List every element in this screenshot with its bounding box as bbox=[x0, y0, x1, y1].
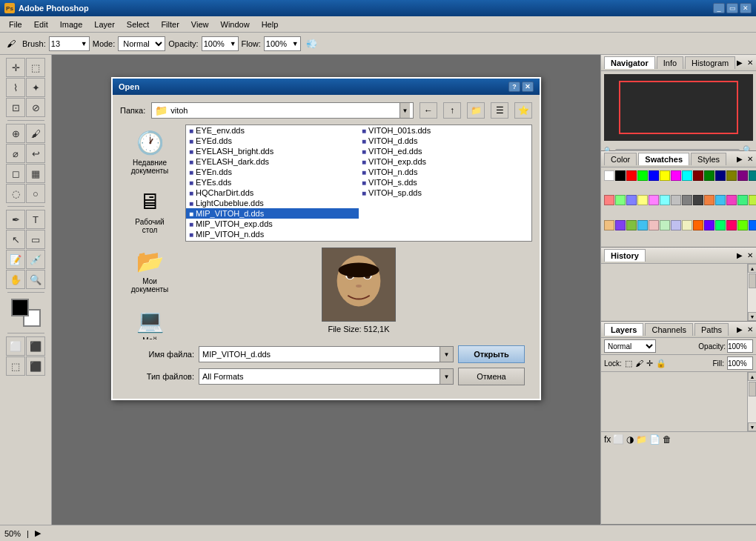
swatch-14[interactable] bbox=[604, 195, 614, 205]
layer-fill-btn[interactable]: ◑ bbox=[626, 434, 634, 445]
menu-select[interactable]: Select bbox=[121, 19, 156, 30]
dialog-close-button[interactable]: ✕ bbox=[522, 82, 534, 92]
opacity-dropdown-icon[interactable]: ▼ bbox=[230, 40, 236, 47]
tab-swatches[interactable]: Swatches bbox=[638, 153, 689, 165]
layers-menu-btn[interactable]: ▶ bbox=[737, 325, 743, 333]
file-list[interactable]: ■ EYE_env.dds ■ EYEd.dds ■ EYELASH_brigh… bbox=[185, 125, 532, 242]
navigator-menu-btn[interactable]: ▶ bbox=[737, 59, 743, 67]
lock-all-btn[interactable]: 🔒 bbox=[656, 359, 666, 368]
history-menu-btn[interactable]: ▶ bbox=[737, 251, 743, 259]
menu-edit[interactable]: Edit bbox=[28, 19, 54, 30]
dialog-help-button[interactable]: ? bbox=[508, 82, 520, 92]
text-tool[interactable]: T bbox=[26, 210, 45, 229]
file-item-vitoh-001s[interactable]: ■ VITOH_001s.dds bbox=[359, 125, 531, 136]
layers-fill-input[interactable] bbox=[727, 356, 753, 370]
path-select-tool[interactable]: ↖ bbox=[6, 230, 25, 249]
clone-tool[interactable]: ⌀ bbox=[6, 144, 25, 163]
swatch-29[interactable] bbox=[615, 220, 626, 230]
swatch-0[interactable] bbox=[604, 170, 614, 181]
swatch-17[interactable] bbox=[637, 195, 648, 205]
history-scrollbar[interactable]: ▲ ▼ bbox=[747, 264, 756, 321]
tab-channels[interactable]: Channels bbox=[645, 323, 692, 336]
filetype-field[interactable] bbox=[199, 369, 440, 384]
brush-size-input[interactable]: ▼ bbox=[49, 36, 90, 51]
history-close-btn[interactable]: ✕ bbox=[747, 251, 753, 259]
open-button[interactable]: Открыть bbox=[458, 345, 525, 363]
file-item-vitoh-ed[interactable]: ■ VITOH_ed.dds bbox=[359, 146, 531, 156]
file-item-vitoh-d[interactable]: ■ VITOH_d.dds bbox=[359, 136, 531, 146]
tab-layers[interactable]: Layers bbox=[604, 323, 643, 336]
layer-new-btn[interactable]: 📄 bbox=[649, 434, 660, 445]
lock-transparent-btn[interactable]: ⬚ bbox=[625, 359, 632, 368]
close-button[interactable]: ✕ bbox=[740, 3, 752, 13]
swatch-18[interactable] bbox=[649, 195, 659, 205]
file-item-lightcubeblue[interactable]: ■ LightCubeblue.dds bbox=[186, 198, 359, 208]
menu-help[interactable]: Help bbox=[256, 19, 285, 30]
swatch-7[interactable] bbox=[682, 170, 692, 181]
layers-scrollbar[interactable]: ▲ ▼ bbox=[747, 372, 756, 431]
history-brush-tool[interactable]: ↩ bbox=[26, 144, 45, 163]
shortcut-desktop[interactable]: 🖥 Рабочий стол bbox=[124, 184, 176, 237]
layer-delete-btn[interactable]: 🗑 bbox=[663, 434, 672, 445]
file-item-mip-vitoh-d[interactable]: ■ MIP_VITOH_d.dds bbox=[186, 208, 359, 219]
scroll-down-btn[interactable]: ▼ bbox=[748, 312, 756, 321]
file-item-vitoh-sp[interactable]: ■ VITOH_sp.dds bbox=[359, 187, 531, 198]
filename-field[interactable] bbox=[199, 347, 440, 362]
swatch-36[interactable] bbox=[693, 220, 703, 230]
brush-tool-icon[interactable]: 🖌 bbox=[3, 36, 19, 52]
slice-tool[interactable]: ⊘ bbox=[26, 98, 45, 117]
file-item-vitoh-s[interactable]: ■ VITOH_s.dds bbox=[359, 177, 531, 187]
swatch-3[interactable] bbox=[637, 170, 648, 181]
eyedropper-tool[interactable]: 💉 bbox=[26, 250, 45, 269]
flow-field[interactable] bbox=[266, 39, 292, 48]
menu-view[interactable]: View bbox=[185, 19, 215, 30]
file-item-eye-env[interactable]: ■ EYE_env.dds bbox=[186, 125, 359, 136]
swatch-23[interactable] bbox=[704, 195, 714, 205]
swatch-34[interactable] bbox=[671, 220, 681, 230]
layer-mask-btn[interactable]: ⬜ bbox=[613, 434, 624, 445]
screen-mode-std[interactable]: ⬚ bbox=[6, 356, 25, 376]
file-item-hqchardirt[interactable]: ■ HQCharDirt.dds bbox=[186, 187, 359, 198]
menu-image[interactable]: Image bbox=[54, 19, 89, 30]
opacity-input[interactable]: ▼ bbox=[202, 36, 239, 51]
scroll-thumb[interactable] bbox=[749, 382, 756, 396]
swatches-menu-btn[interactable]: ▶ bbox=[737, 155, 743, 163]
swatch-20[interactable] bbox=[671, 195, 681, 205]
brush-size-field[interactable] bbox=[51, 39, 81, 48]
layers-opacity-input[interactable] bbox=[727, 339, 753, 353]
swatch-6[interactable] bbox=[671, 170, 681, 181]
menu-window[interactable]: Window bbox=[215, 19, 256, 30]
heal-tool[interactable]: ⊕ bbox=[6, 124, 25, 143]
scroll-thumb[interactable] bbox=[749, 273, 756, 288]
eraser-tool[interactable]: ◻ bbox=[6, 164, 25, 183]
shortcut-recent[interactable]: 🕐 Недавние документы bbox=[124, 125, 176, 178]
swatch-28[interactable] bbox=[604, 220, 614, 230]
tab-styles[interactable]: Styles bbox=[691, 153, 726, 165]
file-item-vitoh-n[interactable]: ■ VITOH_n.dds bbox=[359, 167, 531, 177]
file-item-eyes[interactable]: ■ EYEs.dds bbox=[186, 177, 359, 187]
swatch-15[interactable] bbox=[615, 195, 626, 205]
shortcut-my-computer[interactable]: 💻 Мой компьютер bbox=[124, 302, 176, 339]
shortcut-my-docs[interactable]: 📂 Мои документы bbox=[124, 243, 176, 296]
flow-dropdown-icon[interactable]: ▼ bbox=[292, 40, 299, 47]
swatch-16[interactable] bbox=[626, 195, 637, 205]
screen-mode-full[interactable]: ⬛ bbox=[26, 356, 45, 376]
scroll-down-btn[interactable]: ▼ bbox=[748, 422, 756, 431]
quick-mask-std[interactable]: ⬜ bbox=[6, 336, 25, 356]
lock-image-btn[interactable]: 🖌 bbox=[635, 359, 643, 368]
swatch-9[interactable] bbox=[704, 170, 714, 181]
file-item-mip-vitoh-n[interactable]: ■ MIP_VITOH_n.dds bbox=[186, 229, 359, 239]
nav-favorites-btn[interactable]: ⭐ bbox=[514, 102, 532, 119]
menu-layer[interactable]: Layer bbox=[88, 19, 121, 30]
swatch-24[interactable] bbox=[715, 195, 726, 205]
restore-button[interactable]: ▭ bbox=[726, 3, 738, 13]
swatch-37[interactable] bbox=[704, 220, 714, 230]
lock-position-btn[interactable]: ✛ bbox=[646, 359, 653, 368]
tab-paths[interactable]: Paths bbox=[694, 323, 729, 336]
magic-wand-tool[interactable]: ✦ bbox=[26, 78, 45, 97]
swatch-21[interactable] bbox=[682, 195, 692, 205]
swatch-12[interactable] bbox=[737, 170, 748, 181]
filetype-dropdown-btn[interactable]: ▼ bbox=[440, 369, 453, 384]
menu-filter[interactable]: Filter bbox=[155, 19, 185, 30]
menu-file[interactable]: File bbox=[3, 19, 28, 30]
